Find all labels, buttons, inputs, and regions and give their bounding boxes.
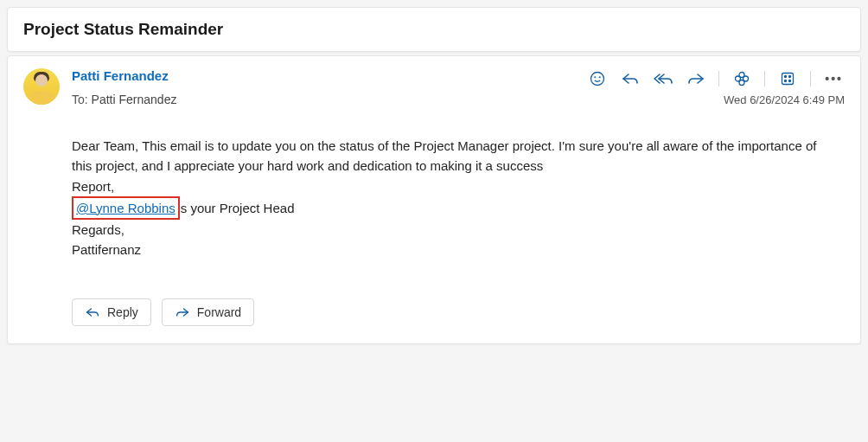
action-toolbar: ••• (587, 68, 845, 89)
apps-icon[interactable] (777, 68, 798, 89)
svg-rect-7 (782, 74, 794, 85)
svg-point-8 (785, 76, 787, 78)
reply-forward-row: Reply Forward (72, 298, 845, 326)
meta-row: To: Patti Fernandez Wed 6/26/2024 6:49 P… (72, 93, 845, 106)
from-name[interactable]: Patti Fernandez (72, 68, 169, 83)
body-line-report: Report, (72, 176, 845, 196)
reply-all-icon[interactable] (653, 68, 673, 89)
body-regards: Regards, (72, 220, 845, 240)
mention-tail: s your Project Head (181, 201, 295, 215)
subject-text: Project Status Remainder (23, 20, 845, 39)
mention-highlight-box: @Lynne Robbins (72, 196, 180, 220)
received-date: Wed 6/26/2024 6:49 PM (724, 93, 845, 106)
to-label: To: (72, 93, 88, 106)
message-card: Patti Fernandez (7, 55, 861, 344)
reply-button-label: Reply (107, 305, 138, 319)
svg-point-10 (785, 80, 787, 82)
svg-point-9 (789, 76, 791, 78)
mention-link[interactable]: @Lynne Robbins (76, 201, 176, 215)
forward-arrow-icon (175, 305, 190, 319)
divider (810, 71, 811, 86)
svg-point-11 (789, 80, 791, 82)
reply-arrow-icon (85, 305, 100, 319)
body-signoff: Pattifernanz (72, 240, 845, 259)
subject-bar: Project Status Remainder (7, 7, 861, 52)
body-line-mention: @Lynne Robbins s your Project Head (72, 196, 845, 220)
more-actions-icon[interactable]: ••• (823, 72, 845, 86)
avatar[interactable] (23, 68, 60, 105)
email-body: Dear Team, This email is to update you o… (72, 136, 845, 260)
svg-point-2 (600, 77, 601, 78)
forward-button[interactable]: Forward (162, 298, 254, 326)
to-line: To: Patti Fernandez (72, 93, 176, 106)
message-content: Patti Fernandez (72, 68, 845, 326)
reply-icon[interactable] (620, 68, 641, 89)
to-value: Patti Fernandez (92, 93, 177, 106)
copilot-icon[interactable] (731, 68, 752, 89)
svg-point-5 (736, 76, 741, 81)
forward-icon[interactable] (686, 68, 706, 89)
reply-button[interactable]: Reply (72, 298, 151, 326)
react-icon[interactable] (587, 68, 608, 89)
divider (718, 71, 719, 86)
svg-point-1 (595, 77, 596, 78)
svg-point-6 (744, 76, 749, 81)
forward-button-label: Forward (197, 305, 241, 319)
svg-point-0 (591, 73, 604, 86)
divider (764, 71, 765, 86)
header-row: Patti Fernandez (72, 68, 845, 89)
body-paragraph-1: Dear Team, This email is to update you o… (72, 136, 833, 176)
